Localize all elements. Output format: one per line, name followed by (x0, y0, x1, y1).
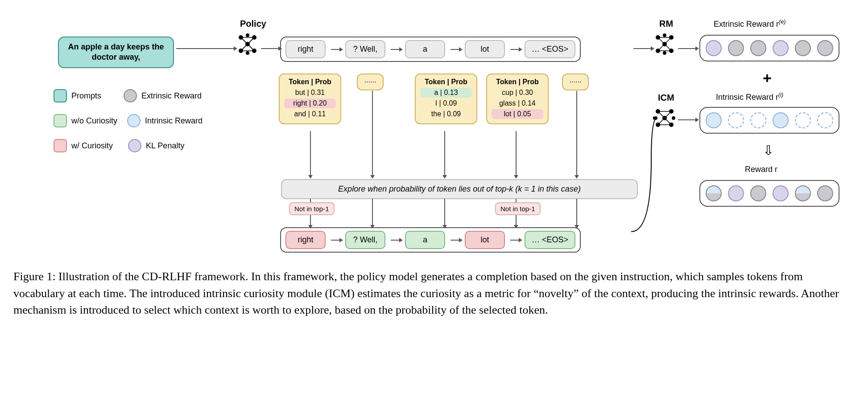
prob-box-dots: ······ (357, 74, 384, 90)
token: lot (465, 231, 505, 249)
rm-label: RM (659, 19, 673, 29)
arrow (633, 48, 651, 49)
token: right (285, 231, 326, 249)
legend-label: w/ Curiosity (71, 141, 113, 151)
bubble (750, 185, 766, 201)
svg-point-9 (252, 35, 256, 40)
token-row-top: right ? Well, a lot … <EOS> (280, 37, 581, 62)
bubble (706, 112, 722, 128)
figure-container: An apple a day keeps the doctor away, Pr… (13, 13, 855, 319)
prompt-box: An apple a day keeps the doctor away, (58, 37, 174, 68)
swatch-kl (128, 139, 141, 152)
bubble (817, 112, 833, 128)
svg-point-22 (669, 49, 674, 53)
legend-label: KL Penalty (146, 141, 184, 151)
svg-point-21 (656, 49, 660, 53)
arrow (678, 119, 696, 120)
arrow (444, 199, 445, 225)
bubble (795, 185, 811, 201)
bubble (795, 112, 811, 128)
reward-label: Reward r (745, 165, 777, 174)
arrow (372, 91, 373, 176)
svg-point-36 (672, 116, 675, 120)
arrow (261, 48, 279, 49)
figure-caption: Figure 1: Illustration of the CD-RLHF fr… (13, 268, 855, 319)
svg-point-31 (669, 109, 674, 114)
neural-net-icon (653, 33, 676, 55)
bubble (773, 185, 789, 201)
svg-point-10 (239, 49, 243, 53)
intrinsic-bubbles (699, 107, 839, 134)
token: … <EOS> (525, 231, 575, 249)
token: ? Well, (345, 231, 385, 249)
swatch-intrinsic (127, 114, 141, 127)
token: ? Well, (345, 40, 385, 58)
legend-label: w/o Curiosity (71, 116, 117, 126)
prob-box-dots: ······ (562, 74, 589, 90)
token: right (285, 40, 326, 58)
legend-label: Extrinsic Reward (141, 91, 202, 101)
bubble (773, 40, 789, 56)
token: lot (465, 40, 505, 58)
svg-point-11 (252, 49, 256, 53)
arrow (372, 199, 373, 225)
final-reward-bubbles (699, 180, 839, 207)
diagram: An apple a day keeps the doctor away, Pr… (13, 13, 855, 263)
down-arrow-icon: ⇩ (763, 143, 774, 158)
policy-label: Policy (240, 19, 266, 29)
svg-point-19 (656, 35, 660, 40)
svg-point-13 (246, 33, 249, 37)
legend-label: Intrinsic Reward (145, 116, 203, 126)
intrinsic-label: Intrinsic Reward r(i) (716, 92, 783, 102)
plus-icon: + (763, 70, 772, 87)
legend-label: Prompts (71, 91, 101, 101)
bubble (750, 40, 766, 56)
arrow (576, 91, 577, 176)
svg-point-24 (663, 33, 666, 37)
svg-point-14 (246, 51, 249, 55)
neural-net-icon (236, 33, 259, 55)
arrow (678, 48, 696, 49)
prob-box: Token | Prob a | 0.13 I | 0.09 the | 0.0… (415, 74, 477, 124)
bubble (750, 112, 766, 128)
arrow-curve (629, 116, 665, 241)
bubble (706, 185, 722, 201)
not-in-top-tag: Not in top-1 (289, 202, 335, 215)
arrow (444, 131, 445, 176)
explore-box: Explore when probability of token lies o… (281, 179, 638, 199)
bubble (728, 112, 744, 128)
svg-point-25 (663, 51, 666, 55)
bubble (795, 40, 811, 56)
svg-point-33 (669, 123, 674, 127)
token: a (405, 40, 445, 58)
bubble (706, 40, 722, 56)
svg-point-23 (662, 42, 667, 46)
svg-point-20 (669, 35, 674, 40)
token: … <EOS> (525, 40, 575, 58)
extrinsic-label: Extrinsic Reward r(e) (714, 19, 785, 29)
bubble (817, 40, 833, 56)
swatch-wo-curiosity (54, 114, 67, 127)
extrinsic-bubbles (699, 35, 839, 61)
prob-box: Token | Prob but | 0.31 right | 0.20 and… (279, 74, 341, 124)
svg-point-8 (239, 35, 243, 40)
svg-point-30 (656, 109, 660, 114)
arrow (516, 131, 517, 176)
arrow (176, 48, 234, 49)
swatch-w-curiosity (54, 139, 67, 152)
swatch-prompts (54, 89, 67, 102)
bubble (773, 112, 789, 128)
bubble (728, 185, 744, 201)
legend: Prompts Extrinsic Reward w/o Curiosity I… (54, 89, 203, 164)
icm-label: ICM (658, 93, 674, 103)
svg-point-12 (245, 42, 250, 46)
arrow (310, 131, 311, 176)
bubble (728, 40, 744, 56)
arrow (576, 199, 577, 225)
token-row-bottom: right ? Well, a lot … <EOS> (280, 227, 581, 253)
swatch-extrinsic (124, 89, 137, 102)
prob-box: Token | Prob cup | 0.30 glass | 0.14 lot… (486, 74, 549, 124)
token: a (405, 231, 445, 249)
bubble (817, 185, 833, 201)
not-in-top-tag: Not in top-1 (495, 202, 541, 215)
